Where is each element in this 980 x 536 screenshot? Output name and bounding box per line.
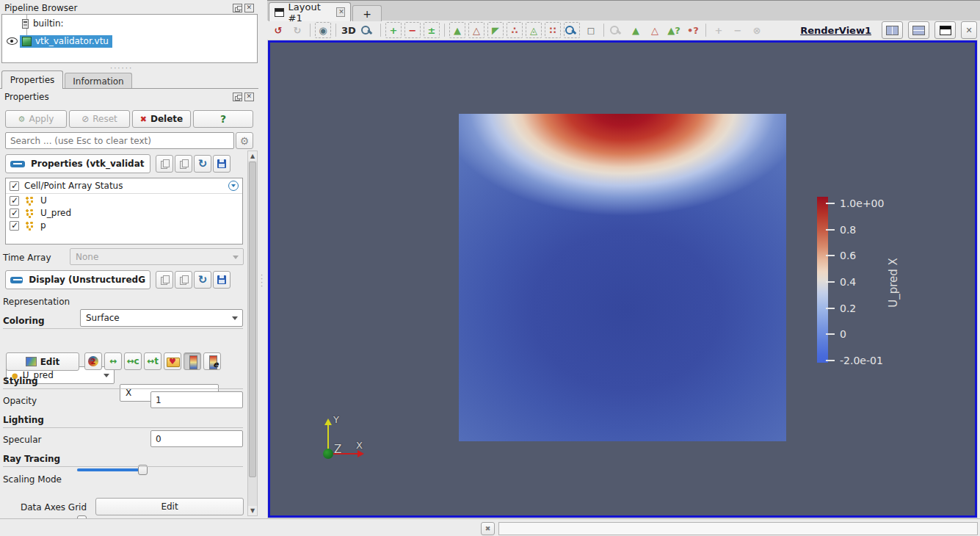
source-section-header[interactable]: Properties (vtk_validat [5, 154, 150, 173]
capture-view-icon[interactable]: ◉ [315, 22, 331, 38]
tick-label: 1.0e+00 [840, 198, 884, 209]
display-section-header[interactable]: Display (UnstructuredG [5, 270, 150, 289]
save-defaults-button[interactable] [213, 155, 231, 173]
save-display-button[interactable] [213, 271, 231, 289]
reset-button[interactable]: ⊘ Reset [69, 110, 130, 128]
separator[interactable] [380, 23, 381, 37]
rescale-over-time-icon[interactable]: ↔t [144, 352, 161, 370]
tab-information[interactable]: Information [65, 73, 132, 89]
help-button[interactable]: ? [193, 110, 253, 128]
toggle-2d3d-icon[interactable]: 3D [341, 22, 357, 38]
apply-button[interactable]: ⚙ Apply [5, 110, 67, 128]
close-icon[interactable] [244, 93, 254, 101]
array-status-header[interactable]: Cell/Point Array Status [6, 178, 242, 194]
vertical-splitter[interactable]: ···· [258, 0, 267, 518]
undock-icon[interactable] [233, 4, 242, 12]
reload-display-button[interactable]: ↻ [194, 271, 211, 289]
visibility-eye-icon[interactable] [7, 37, 18, 45]
select-points-through-icon[interactable]: ∴ [507, 22, 523, 38]
query-cells-icon[interactable]: ▲? [666, 22, 682, 38]
pipeline-browser-header: Pipeline Browser [0, 0, 258, 14]
find-data-icon[interactable] [564, 22, 580, 38]
rescale-to-custom-range-icon[interactable]: ↔c [124, 352, 142, 370]
separator[interactable] [444, 23, 445, 37]
search-input[interactable] [5, 132, 234, 149]
grow-selection-icon[interactable]: + [711, 22, 727, 38]
layout-tab[interactable]: Layout #1 [269, 2, 351, 21]
camera-cube-icon[interactable]: ◻ [583, 22, 599, 38]
clear-selection-icon[interactable]: ⊗ [749, 22, 765, 38]
copy-properties-button[interactable] [156, 155, 173, 173]
refresh-icon: ↻ [198, 157, 208, 170]
data-axes-grid-edit-button[interactable]: Edit [95, 498, 244, 515]
render-viewport[interactable]: 1.0e+00 0.8 0.6 0.4 0.2 0 [268, 40, 977, 518]
camera-undo-icon[interactable]: ↺ [270, 22, 286, 38]
paste-display-button[interactable] [175, 271, 192, 289]
camera-redo-icon[interactable]: ↻ [289, 22, 305, 38]
rescale-to-visible-range-icon[interactable]: 2 [84, 352, 102, 370]
separator[interactable] [335, 23, 336, 37]
time-array-combo[interactable]: None [70, 248, 244, 265]
pipeline-item-builtin[interactable]: builtin: [22, 18, 64, 29]
add-selection-icon[interactable]: + [385, 22, 402, 38]
select-points-on-icon[interactable]: △ [468, 22, 484, 38]
select-points-polygon-icon[interactable]: ∷ [545, 22, 561, 38]
reload-properties-button[interactable]: ↻ [194, 155, 211, 173]
interactive-select-points-icon[interactable]: △ [647, 22, 663, 38]
array-row[interactable]: p [6, 219, 242, 231]
select-cells-through-icon[interactable]: ◤ [487, 22, 504, 38]
undock-icon[interactable] [233, 93, 242, 101]
grow-shrink-selection-icon[interactable]: ± [424, 22, 440, 38]
paste-properties-button[interactable] [175, 155, 192, 173]
opacity-value-field[interactable] [150, 391, 243, 408]
close-view-button[interactable]: ✕ [961, 21, 977, 39]
select-cells-polygon-icon[interactable]: ◬ [526, 22, 542, 38]
scrollbar-thumb[interactable] [249, 162, 256, 477]
array-status-checkbox[interactable] [10, 181, 19, 191]
select-cells-on-icon[interactable]: ▲ [449, 22, 465, 38]
abort-progress-button[interactable]: ✖ [481, 522, 495, 535]
array-row[interactable]: U_pred [6, 206, 242, 219]
separator[interactable] [603, 23, 604, 37]
edit-color-legend-icon[interactable]: e [203, 352, 221, 370]
edit-colormap-button[interactable]: Edit [6, 352, 79, 371]
toggle-color-legend-icon[interactable] [184, 352, 201, 370]
tick-mark [826, 229, 835, 231]
maximize-view-button[interactable] [934, 21, 956, 39]
search-options-button[interactable]: ⚙ [236, 132, 253, 149]
array-checkbox[interactable] [10, 221, 19, 231]
dataset-surface-rendering[interactable] [459, 114, 786, 441]
separator[interactable] [310, 23, 311, 37]
scroll-up-icon[interactable]: ▲ [248, 151, 257, 161]
interactive-select-cells-icon[interactable]: ▲ [628, 22, 644, 38]
splitter-handle[interactable]: ······ [110, 64, 154, 72]
rescale-to-data-range-icon[interactable]: ↔ [104, 352, 122, 370]
choose-preset-icon[interactable]: ♥ [164, 352, 181, 370]
array-checkbox[interactable] [10, 209, 19, 218]
collapse-icon[interactable] [10, 161, 25, 167]
query-points-icon[interactable]: •? [685, 22, 701, 38]
split-vertical-button[interactable] [908, 21, 929, 39]
render-view-title[interactable]: RenderView1 [800, 25, 879, 36]
tab-properties[interactable]: Properties [1, 70, 63, 89]
collapse-icon[interactable] [10, 277, 23, 283]
shrink-selection-icon[interactable]: − [730, 22, 746, 38]
hover-points-icon[interactable] [609, 22, 625, 38]
combo-dropdown-icon[interactable] [228, 181, 239, 191]
scroll-down-icon[interactable]: ▼ [248, 506, 257, 515]
separator[interactable] [705, 23, 706, 37]
copy-display-button[interactable] [156, 271, 173, 289]
array-row[interactable]: U [6, 194, 242, 206]
properties-scrollbar[interactable]: ▲ ▼ [247, 151, 258, 516]
delete-button[interactable]: ✖ Delete [132, 110, 191, 128]
subtract-selection-icon[interactable]: − [404, 22, 421, 38]
pipeline-item-vtu[interactable]: vtk_validator.vtu [20, 35, 112, 48]
add-layout-tab[interactable]: + [352, 5, 382, 21]
coloring-heading: Coloring [3, 316, 243, 329]
specular-value-field[interactable] [150, 430, 243, 447]
close-icon[interactable] [244, 4, 254, 12]
split-horizontal-button[interactable] [882, 21, 903, 39]
zoom-to-box-icon[interactable] [360, 22, 376, 38]
close-tab-icon[interactable] [336, 7, 345, 17]
array-checkbox[interactable] [10, 196, 19, 206]
